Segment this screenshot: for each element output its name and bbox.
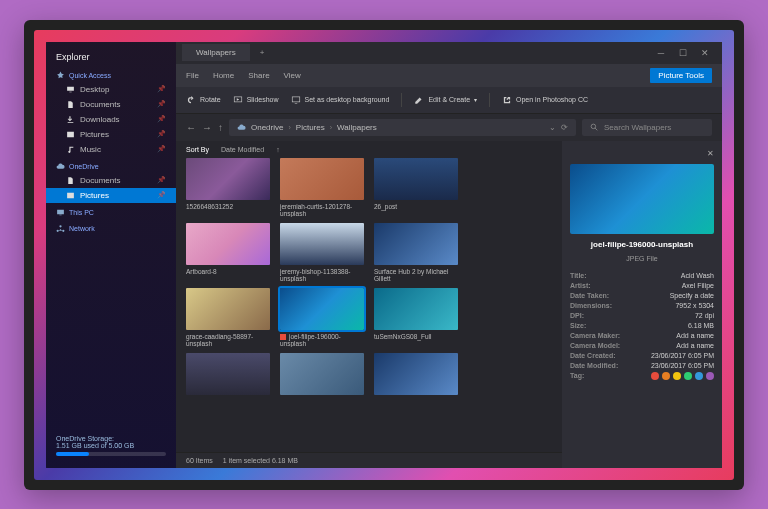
thumbnail-item[interactable]: joel-filipe-196000-unsplash bbox=[280, 288, 364, 347]
tab-add[interactable]: + bbox=[252, 44, 273, 61]
thumbnail-item[interactable] bbox=[374, 353, 458, 412]
nav-back[interactable]: ← bbox=[186, 122, 196, 133]
pin-icon[interactable]: 📌 bbox=[157, 176, 166, 184]
sort-asc-icon[interactable]: ↑ bbox=[276, 146, 280, 153]
meta-value[interactable]: 23/06/2017 6:05 PM bbox=[651, 362, 714, 369]
meta-value[interactable]: Acid Wash bbox=[681, 272, 714, 279]
meta-key: Tag: bbox=[570, 372, 584, 380]
pin-icon[interactable]: 📌 bbox=[157, 145, 166, 153]
ribbon-tab-home[interactable]: Home bbox=[213, 71, 234, 80]
chevron-down-icon[interactable]: ⌄ bbox=[549, 123, 556, 132]
cloud-icon bbox=[56, 162, 65, 171]
thumbnail-item[interactable]: Surface Hub 2 by Michael Gillett bbox=[374, 223, 458, 282]
open-photoshop-button[interactable]: Open in Photoshop CC bbox=[502, 95, 588, 105]
sidebar-section[interactable]: This PC bbox=[46, 203, 176, 219]
meta-key: Title: bbox=[570, 272, 587, 279]
meta-value[interactable]: 6.18 MB bbox=[688, 322, 714, 329]
picture-tools-tab[interactable]: Picture Tools bbox=[650, 68, 712, 83]
ribbon-tab-view[interactable]: View bbox=[284, 71, 301, 80]
navbar: ← → ↑ Onedrive› Pictures› Wallpapers ⌄ ⟳… bbox=[176, 114, 722, 141]
slideshow-button[interactable]: Slideshow bbox=[233, 95, 279, 105]
thumbnail-image bbox=[186, 223, 270, 265]
pin-icon[interactable]: 📌 bbox=[157, 85, 166, 93]
tag-dot[interactable] bbox=[662, 372, 670, 380]
sidebar-item-pictures[interactable]: Pictures📌 bbox=[46, 188, 176, 203]
status-count: 60 Items bbox=[186, 457, 213, 464]
thumbnail-image bbox=[374, 288, 458, 330]
thumbnail-item[interactable]: jeremiah-curtis-1201278-unsplash bbox=[280, 158, 364, 217]
tab-active[interactable]: Wallpapers bbox=[182, 44, 250, 61]
thumbnail-item[interactable] bbox=[186, 353, 270, 412]
picture-icon bbox=[66, 130, 75, 139]
sidebar-item-pictures[interactable]: Pictures📌 bbox=[46, 127, 176, 142]
pin-icon[interactable]: 📌 bbox=[157, 100, 166, 108]
nav-up[interactable]: ↑ bbox=[218, 122, 223, 133]
tag-dot[interactable] bbox=[673, 372, 681, 380]
minimize-button[interactable]: ─ bbox=[650, 48, 672, 58]
thumbnail-item[interactable]: 26_post bbox=[374, 158, 458, 217]
details-pane: ✕ joel-filipe-196000-unsplash JPEG File … bbox=[562, 141, 722, 468]
set-background-button[interactable]: Set as desktop background bbox=[291, 95, 390, 105]
titlebar: Wallpapers + ─ ☐ ✕ bbox=[176, 42, 722, 64]
crumb-2[interactable]: Wallpapers bbox=[337, 123, 377, 132]
storage-meter: OneDrive Storage: 1.51 GB used of 5.00 G… bbox=[46, 429, 176, 462]
edit-create-button[interactable]: Edit & Create▾ bbox=[414, 95, 477, 105]
meta-key: Dimensions: bbox=[570, 302, 612, 309]
search-input[interactable]: Search Wallpapers bbox=[582, 119, 712, 136]
sidebar-section[interactable]: Quick Access bbox=[46, 66, 176, 82]
thumbnail-grid: 1526648631252jeremiah-curtis-1201278-uns… bbox=[176, 158, 562, 452]
meta-value[interactable]: 7952 x 5304 bbox=[675, 302, 714, 309]
meta-row: Camera Model:Add a name bbox=[570, 342, 714, 349]
thumbnail-image bbox=[186, 288, 270, 330]
thumbnail-item[interactable]: tuSemNxGS08_Full bbox=[374, 288, 458, 347]
refresh-icon[interactable]: ⟳ bbox=[561, 123, 568, 132]
nav-forward[interactable]: → bbox=[202, 122, 212, 133]
crumb-1[interactable]: Pictures bbox=[296, 123, 325, 132]
thumbnail-item[interactable] bbox=[280, 353, 364, 412]
meta-value[interactable]: Specify a date bbox=[670, 292, 714, 299]
sort-date[interactable]: Date Modified bbox=[221, 146, 264, 153]
tag-dot[interactable] bbox=[651, 372, 659, 380]
sidebar-section[interactable]: Network bbox=[46, 219, 176, 235]
crumb-0[interactable]: Onedrive bbox=[251, 123, 283, 132]
rotate-button[interactable]: Rotate bbox=[186, 95, 221, 105]
doc-icon bbox=[66, 100, 75, 109]
edit-icon bbox=[414, 95, 424, 105]
sidebar-item-music[interactable]: Music📌 bbox=[46, 142, 176, 157]
breadcrumb[interactable]: Onedrive› Pictures› Wallpapers ⌄ ⟳ bbox=[229, 119, 576, 136]
tag-dot[interactable] bbox=[684, 372, 692, 380]
meta-value[interactable]: Add a name bbox=[676, 342, 714, 349]
thumbnail-item[interactable]: 1526648631252 bbox=[186, 158, 270, 217]
sidebar-item-downloads[interactable]: Downloads📌 bbox=[46, 112, 176, 127]
ribbon-tab-share[interactable]: Share bbox=[248, 71, 269, 80]
pin-icon[interactable]: 📌 bbox=[157, 191, 166, 199]
rotate-icon bbox=[186, 95, 196, 105]
thumbnail-label: Artboard-8 bbox=[186, 268, 270, 282]
sidebar-item-desktop[interactable]: Desktop📌 bbox=[46, 82, 176, 97]
tag-dot[interactable] bbox=[695, 372, 703, 380]
status-bar: 60 Items 1 item selected 6.18 MB bbox=[176, 452, 562, 468]
thumbnail-item[interactable]: jeremy-bishop-1138388-unsplash bbox=[280, 223, 364, 282]
close-button[interactable]: ✕ bbox=[694, 48, 716, 58]
details-filename: joel-filipe-196000-unsplash bbox=[570, 240, 714, 249]
meta-value[interactable]: Add a name bbox=[676, 332, 714, 339]
thumbnail-label: joel-filipe-196000-unsplash bbox=[280, 333, 364, 347]
sidebar-section[interactable]: OneDrive bbox=[46, 157, 176, 173]
details-close-icon[interactable]: ✕ bbox=[707, 149, 714, 158]
sidebar-item-documents[interactable]: Documents📌 bbox=[46, 173, 176, 188]
tag-dot[interactable] bbox=[706, 372, 714, 380]
tag-colors[interactable] bbox=[651, 372, 714, 380]
meta-value[interactable]: Axel Filipe bbox=[682, 282, 714, 289]
meta-value[interactable]: 72 dpi bbox=[695, 312, 714, 319]
thumbnail-item[interactable]: grace-caadiang-58897-unsplash bbox=[186, 288, 270, 347]
thumbnail-image bbox=[280, 353, 364, 395]
star-icon bbox=[56, 71, 65, 80]
pin-icon[interactable]: 📌 bbox=[157, 130, 166, 138]
ribbon-tab-file[interactable]: File bbox=[186, 71, 199, 80]
meta-value[interactable]: 23/06/2017 6:05 PM bbox=[651, 352, 714, 359]
sort-by[interactable]: Sort By bbox=[186, 146, 209, 153]
sidebar-item-documents[interactable]: Documents📌 bbox=[46, 97, 176, 112]
thumbnail-item[interactable]: Artboard-8 bbox=[186, 223, 270, 282]
maximize-button[interactable]: ☐ bbox=[672, 48, 694, 58]
pin-icon[interactable]: 📌 bbox=[157, 115, 166, 123]
